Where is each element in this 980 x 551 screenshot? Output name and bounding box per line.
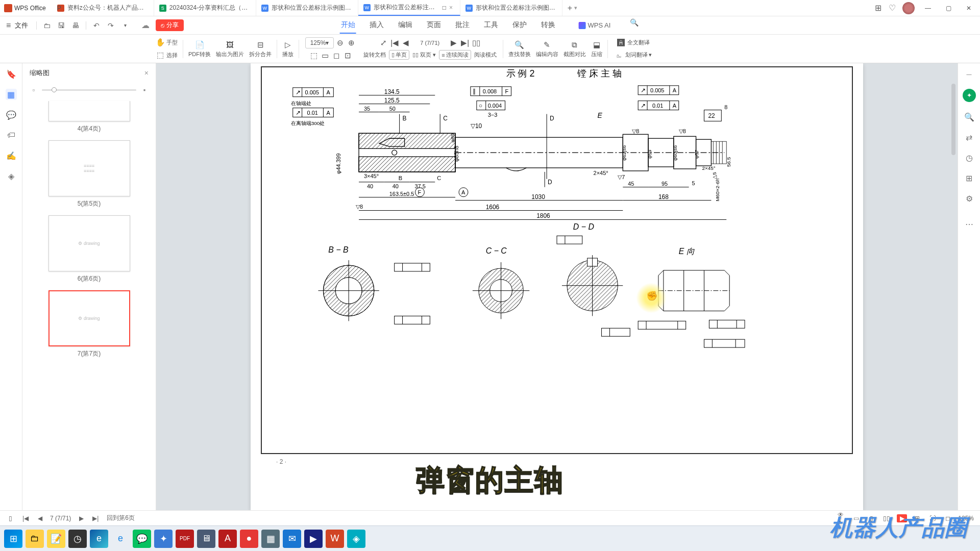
document-area[interactable]: 示 例 2 镗 床 主 轴 ↗0.005A 在轴端处 ↗0.01A 在离轴端30… [156,63,958,510]
add-tab-button[interactable]: +▾ [562,0,582,16]
tool-single-page[interactable]: ▯单页 [389,50,409,60]
edge-icon[interactable]: e [90,530,108,548]
settings-icon[interactable]: ⚙ [964,193,975,204]
first-page-icon[interactable]: |◀ [389,38,400,48]
record-icon[interactable]: ● [240,530,258,548]
clock-app-icon[interactable]: ◷ [68,530,87,548]
desktop-icon[interactable]: 🖥 [197,530,215,548]
next-page-icon[interactable]: ▶ [449,38,459,48]
close-icon[interactable]: × [449,4,455,11]
prev-page-icon[interactable]: ◀ [401,38,411,48]
tab-annotate[interactable]: 批注 [454,17,471,34]
clock-icon[interactable]: ◷ [964,152,975,163]
wechat-icon[interactable]: 💬 [133,530,151,548]
tab-doc-1[interactable]: W形状和位置公差标注示例图册.docx [256,0,358,16]
minimize-button[interactable]: — [921,3,935,13]
pdf-app-icon[interactable]: PDF [176,530,194,548]
wps-cloud-icon[interactable]: ✦ [963,89,976,102]
start-button[interactable]: ⊞ [4,530,22,548]
hamburger-icon[interactable]: ≡ [6,21,11,30]
tool-screenshot-compare[interactable]: ⧉截图对比 [561,39,588,59]
video-app-icon[interactable]: ▶ [304,530,323,548]
tab-convert[interactable]: 转换 [540,17,556,34]
tool-edit-content[interactable]: ✎编辑内容 [534,39,560,59]
wps-taskbar-icon[interactable]: W [326,530,344,548]
ai-app-icon[interactable]: ◈ [347,530,365,548]
thumbnail-icon[interactable]: ▦ [6,89,17,100]
slider-handle[interactable] [52,87,57,92]
tab-start[interactable]: 开始 [340,17,356,34]
close-icon[interactable]: × [144,69,149,77]
cloud-icon[interactable]: ☁ [141,20,150,30]
zoom-out-icon[interactable]: ⊖ [335,38,345,48]
book-icon[interactable]: ▯▯ [471,38,481,48]
open-icon[interactable]: 🗀 [42,20,52,31]
tool-word-translate[interactable]: ⎁划词翻译 ▾ [614,50,652,60]
tool-compress[interactable]: ⬓压缩 [589,39,604,59]
tool-double-page[interactable]: ▯▯ 双页 ▾ [412,51,436,59]
attachment-icon[interactable]: 🏷 [6,130,17,141]
fit-page-icon[interactable]: ▭ [320,51,330,61]
autocad-icon[interactable]: A [218,530,237,548]
bookmark-icon[interactable]: 🔖 [6,68,17,80]
more-icon[interactable]: ⋯ [964,218,975,230]
zoom-large-icon[interactable]: ▪ [140,86,149,94]
file-menu[interactable]: 文件 [15,21,28,30]
tab-edit[interactable]: 编辑 [397,17,413,34]
marquee-zoom-icon[interactable]: ⊡ [342,51,353,61]
close-button[interactable]: ✕ [962,3,976,13]
scrollbar-thumb[interactable] [951,84,955,155]
tools-icon[interactable]: ⊞ [964,172,975,184]
page-indicator[interactable]: 7 (7/71) [412,40,448,46]
thumbnail-item[interactable]: 4(第4页) [32,101,146,133]
thumbnail-item[interactable]: ⚙ drawing 7(第7页) [32,290,146,358]
tab-ppt[interactable]: P资料z公众号：机器人产品圈.pptx [52,0,154,16]
calculator-icon[interactable]: ▦ [261,530,280,548]
tab-insert[interactable]: 插入 [369,17,385,34]
next-page-icon[interactable]: ▶ [77,514,85,522]
tool-rotate[interactable]: 旋转文档 [363,51,386,59]
zoom-input[interactable]: 125% ▾ [305,37,334,48]
tool-hand[interactable]: ✋手型⬚选择 [153,36,180,61]
comment-icon[interactable]: 💬 [6,109,17,120]
redo-icon[interactable]: ↷ [106,20,116,31]
zoom-in-icon[interactable]: ⊕ [346,38,356,48]
transfer-icon[interactable]: ⇄ [964,132,975,143]
print-icon[interactable]: 🖶 [70,20,81,31]
save-icon[interactable]: 🖫 [56,20,66,31]
tool-pdf-convert[interactable]: 📄PDF转换 [186,39,213,59]
fit-width-icon[interactable]: ⬚ [309,51,319,61]
collapse-icon[interactable]: — [964,68,975,80]
thumbnail-item[interactable]: ≡≡≡≡≡≡≡≡ 5(第5页) [32,140,146,208]
tool-continuous[interactable]: ≡连续阅读 [439,50,471,60]
tool-play[interactable]: ▷播放 [280,39,296,59]
signature-icon[interactable]: ✍ [6,150,17,161]
tab-doc-3[interactable]: W形状和位置公差标注示例图册.docx [460,0,562,16]
page-view-icon[interactable]: ▯ [6,514,14,522]
thumbnail-zoom-slider[interactable] [42,89,136,91]
tool-find-replace[interactable]: 🔍查找替换 [506,39,533,59]
wps-ai-button[interactable]: WPS AI [579,17,611,34]
maximize-button[interactable]: ▢ [941,3,955,13]
avatar[interactable] [902,2,915,14]
search-icon[interactable]: 🔍 [964,111,975,122]
star-app-icon[interactable]: ✦ [154,530,173,548]
tab-protect[interactable]: 保护 [511,17,528,34]
file-explorer-icon[interactable]: 🗀 [26,530,44,548]
back-to-page[interactable]: 回到第6页 [107,514,135,522]
share-button[interactable]: ⎋分享 [156,19,184,31]
fit-icon[interactable]: ⤢ [378,38,388,48]
tool-split-merge[interactable]: ⊟拆分合并 [247,39,274,59]
prev-page-icon[interactable]: ◀ [36,514,44,522]
undo-icon[interactable]: ↶ [91,20,102,31]
zoom-small-icon[interactable]: ▫ [30,86,38,94]
dropdown-icon[interactable]: ▾ [120,20,130,31]
bell-icon[interactable]: ♡ [888,4,896,12]
tool-export-img[interactable]: 🖼输出为图片 [214,39,246,59]
thumbnail-item[interactable]: ⚙ drawing 6(第6页) [32,215,146,283]
last-page-icon[interactable]: ▶| [460,38,470,48]
sticky-notes-icon[interactable]: 📝 [47,530,65,548]
tab-tools[interactable]: 工具 [483,17,499,34]
ie-icon[interactable]: e [111,530,130,548]
layers-icon[interactable]: ◈ [6,170,17,182]
